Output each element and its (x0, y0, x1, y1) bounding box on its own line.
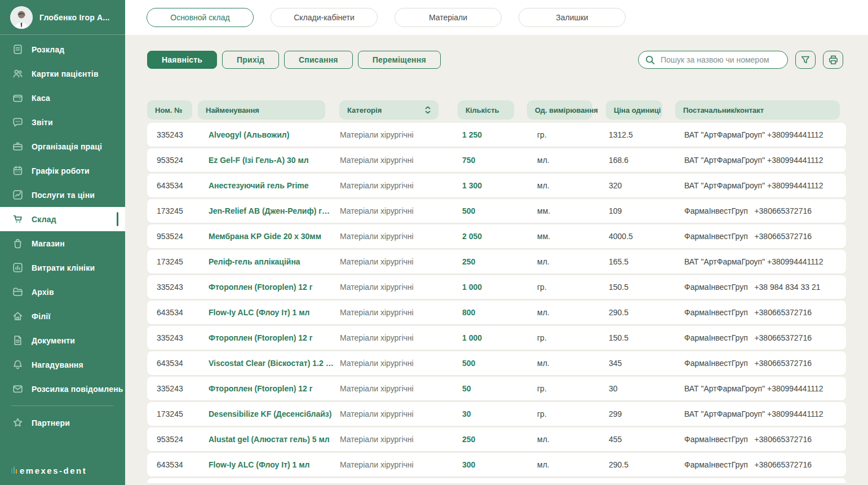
user-profile[interactable]: Глобенко Ігор А... (0, 0, 125, 34)
item-name-link[interactable]: Flow-Iy ALC (Флоу Іт) 1 мл (198, 460, 334, 469)
sidebar-item-reports[interactable]: Звіти (0, 110, 125, 134)
tab-inactive[interactable]: Склади-кабінети (271, 8, 378, 27)
avatar (10, 6, 33, 29)
logo-bars-icon (11, 466, 17, 475)
table-row[interactable]: 953524 Ez Gel-F (Ізі Гель-А) 30 мл Матер… (147, 148, 846, 172)
reminders-icon (12, 359, 24, 371)
subtab[interactable]: Списання (284, 51, 353, 69)
item-unit-price: 290.5 (600, 460, 670, 469)
table-row[interactable]: 173245 Jen-Relief АВ (Джен-Релиф) гель М… (147, 199, 846, 223)
table-row[interactable]: 173245 Реліф-гель аплікаційна Матеріали … (147, 250, 846, 274)
table-row[interactable]: 643534 Flow-Iy ALC (Флоу Іт) 1 мл Матері… (147, 453, 846, 477)
sidebar-item-patients[interactable]: Картки пацієнтів (0, 61, 125, 86)
table-row-partial[interactable] (147, 478, 846, 483)
table-row[interactable]: 173245 Desensibilize KF (Десенсіблайз) М… (147, 402, 846, 426)
item-category: Матеріали хірургічні (334, 232, 452, 241)
item-name-link[interactable]: Фтороплен (Ftoroplen) 12 г (198, 283, 334, 292)
table-header-cell: Ціна одиниці (600, 100, 670, 120)
sidebar-item-label: Послуги та ціни (32, 191, 95, 200)
table-row[interactable]: 335243 Фтороплен (Ftoroplen) 12 г Матері… (147, 326, 846, 350)
table-row[interactable]: 335243 Фтороплен (Ftoroplen) 12 г Матері… (147, 275, 846, 299)
item-quantity: 1 000 (452, 333, 521, 342)
sidebar-item-label: Витрати клініки (32, 263, 95, 272)
sidebar-item-shop-bag[interactable]: Магазин (0, 231, 125, 255)
print-button[interactable] (823, 51, 843, 69)
table-row[interactable]: 335243 Фтороплен (Ftoroplen) 12 г Матері… (147, 377, 846, 400)
item-name-link[interactable]: Viscostat Clear (Віскостат) 1.2 мл (198, 359, 334, 368)
item-supplier-contact: ВАТ "АртФармаГроуп" +380994441112 (670, 130, 846, 139)
item-name-link[interactable]: Flow-Iy ALC (Флоу Іт) 1 мл (198, 308, 334, 317)
sidebar-nav: РозкладКартки пацієнтівКасаЗвітиОрганіза… (0, 37, 125, 435)
item-supplier-contact: ВАТ "АртФармаГроуп" +380994441112 (670, 156, 846, 165)
subtab[interactable]: Наявність (147, 51, 217, 69)
row-number: 173245 (147, 206, 198, 215)
item-name-link[interactable]: Фтороплен (Ftoroplen) 12 г (198, 333, 334, 342)
item-unit: мл. (521, 308, 600, 317)
item-name-link[interactable]: Jen-Relief АВ (Джен-Релиф) гель (198, 206, 334, 215)
table-row[interactable]: 953524 Alustat gel (Алюстат гель) 5 мл М… (147, 427, 846, 451)
search-input[interactable] (661, 55, 781, 64)
item-category: Матеріали хірургічні (334, 333, 452, 342)
tab-active[interactable]: Основной склад (147, 8, 254, 27)
subtab[interactable]: Переміщення (358, 51, 441, 69)
item-name-link[interactable]: Анестезуючий гель Prime (198, 181, 334, 190)
table-header: Ном. №НайменуванняКатегоріяКількістьОд. … (147, 100, 846, 120)
column-header-sortable[interactable]: Категорія (339, 100, 439, 120)
item-name-link[interactable]: Alustat gel (Алюстат гель) 5 мл (198, 435, 334, 444)
item-quantity: 1 300 (452, 181, 521, 190)
table-row[interactable]: 643534 Viscostat Clear (Віскостат) 1.2 м… (147, 351, 846, 375)
item-unit-price: 455 (600, 435, 670, 444)
reports-icon (12, 116, 24, 128)
table-row[interactable]: 335243 Alveogyl (Альвожил) Матеріали хір… (147, 123, 846, 147)
item-name-link[interactable]: Ez Gel-F (Ізі Гель-А) 30 мл (198, 156, 334, 165)
tab-inactive[interactable]: Матеріали (395, 8, 502, 27)
sidebar-item-work-schedule[interactable]: Графік роботи (0, 158, 125, 183)
item-supplier-contact: ФармаІнвестГруп +380665372716 (670, 206, 846, 215)
column-header: Ціна одиниці (606, 100, 662, 120)
table-row[interactable]: 953524 Мембрана KP Gide 20 х 30мм Матері… (147, 224, 846, 248)
item-quantity: 50 (452, 384, 521, 393)
sidebar-item-services-prices[interactable]: Послуги та ціни (0, 183, 125, 207)
archive-icon (12, 286, 24, 298)
sidebar-item-label: Партнери (32, 418, 70, 427)
documents-icon (12, 334, 24, 346)
sidebar-item-archive[interactable]: Архів (0, 280, 125, 304)
item-category: Матеріали хірургічні (334, 384, 452, 393)
sidebar-item-expenses[interactable]: Витрати клініки (0, 255, 125, 280)
sidebar-item-warehouse-cart[interactable]: Склад (0, 207, 125, 231)
item-unit: мл. (521, 257, 600, 266)
table-row[interactable]: 643534 Flow-Iy ALC (Флоу Іт) 1 мл Матері… (147, 301, 846, 324)
sidebar-item-schedule[interactable]: Розклад (0, 37, 125, 61)
sidebar-item-cashier[interactable]: Каса (0, 86, 125, 110)
item-name-link[interactable]: Desensibilize KF (Десенсіблайз) (198, 409, 334, 418)
item-unit-price: 30 (600, 384, 670, 393)
item-unit: мл. (521, 460, 600, 469)
sidebar-item-reminders[interactable]: Нагадування (0, 352, 125, 377)
item-unit-price: 165.5 (600, 257, 670, 266)
table-row[interactable]: 643534 Анестезуючий гель Prime Матеріали… (147, 174, 846, 197)
table-header-cell: Категорія (334, 100, 452, 120)
sidebar-item-work-organization[interactable]: Організація праці (0, 134, 125, 158)
sidebar-item-partners[interactable]: Партнери (0, 411, 125, 435)
item-unit-price: 150.5 (600, 283, 670, 292)
item-name-link[interactable]: Реліф-гель аплікаційна (198, 257, 334, 266)
column-header: Од. вимірювання (527, 100, 592, 120)
sidebar-item-branches[interactable]: Філії (0, 304, 125, 328)
subtab[interactable]: Прихід (222, 51, 279, 69)
item-name-link[interactable]: Alveogyl (Альвожил) (198, 130, 334, 139)
item-name-link[interactable]: Мембрана KP Gide 20 х 30мм (198, 232, 334, 241)
column-header-label: Найменування (206, 106, 259, 114)
filter-button[interactable] (795, 51, 816, 69)
sidebar: Глобенко Ігор А... РозкладКартки пацієнт… (0, 0, 125, 485)
row-number: 173245 (147, 257, 198, 266)
app-logo: emexes-dent (11, 466, 87, 475)
sidebar-item-documents[interactable]: Документи (0, 328, 125, 352)
printer-icon (828, 55, 839, 65)
sidebar-item-label: Філії (32, 312, 51, 321)
tab-inactive[interactable]: Залишки (519, 8, 626, 27)
item-unit-price: 150.5 (600, 333, 670, 342)
table-header-cell: Кількість (452, 100, 521, 120)
column-header-label: Постачальник/контакт (683, 106, 764, 114)
item-name-link[interactable]: Фтороплен (Ftoroplen) 12 г (198, 384, 334, 393)
sidebar-item-messaging[interactable]: Розсилка повідомлень (0, 377, 125, 401)
